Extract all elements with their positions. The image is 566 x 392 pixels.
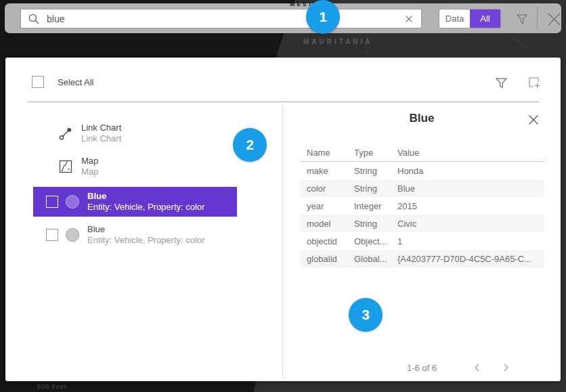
table-row: objectid Object... 1 xyxy=(300,232,544,250)
search-scope-toggle: Data All xyxy=(439,9,501,28)
search-query-text: blue xyxy=(47,14,64,24)
result-title: Blue xyxy=(87,191,204,202)
cell-type: Object... xyxy=(354,236,397,246)
map-icon xyxy=(58,159,73,174)
callout-badge-2: 2 xyxy=(233,128,267,162)
add-to-selection-icon xyxy=(527,76,541,89)
cell-value: Blue xyxy=(397,183,544,194)
close-x-icon xyxy=(528,114,539,125)
previous-page-button[interactable] xyxy=(467,362,487,374)
result-title: Link Chart xyxy=(81,123,121,133)
map-scale-label: 500 Feet xyxy=(37,383,67,390)
cell-name: color xyxy=(300,183,354,194)
cell-name: year xyxy=(300,201,354,211)
cell-type: Integer xyxy=(354,201,397,211)
panel-divider xyxy=(27,102,540,102)
next-page-button[interactable] xyxy=(496,362,516,374)
link-chart-icon xyxy=(58,126,73,141)
cell-value: {A4203777-D70D-4C5C-9A65-C... xyxy=(397,254,544,264)
table-row: color String Blue xyxy=(300,179,544,197)
select-all-label: Select All xyxy=(58,77,93,87)
entity-circle-icon xyxy=(66,228,79,242)
result-item-link-chart[interactable]: Link Chart Link Chart xyxy=(33,118,237,148)
search-bar: blue Data All xyxy=(5,3,561,33)
search-input[interactable]: blue xyxy=(20,9,397,28)
result-item-blue-unselected[interactable]: Blue Entity: Vehicle, Property: color xyxy=(33,220,237,250)
scope-data-button[interactable]: Data xyxy=(439,9,470,28)
map-border-line xyxy=(366,30,367,61)
entity-circle-icon xyxy=(66,195,79,209)
table-row: globalid Global... {A4203777-D70D-4C5C-9… xyxy=(300,250,544,267)
panel-vertical-divider xyxy=(282,105,283,378)
cell-type: String xyxy=(354,166,397,176)
cell-name: objectid xyxy=(300,236,354,246)
pagination: 1-6 of 6 xyxy=(385,361,547,374)
attribute-table: Name Type Value make String Honda color … xyxy=(300,144,544,267)
callout-badge-1: 1 xyxy=(306,0,340,34)
search-results-panel: Select All Link Chart Link Chart xyxy=(5,58,561,381)
column-header-type: Type xyxy=(354,148,397,158)
detail-title: Blue xyxy=(283,112,561,125)
cell-value: Civic xyxy=(397,219,544,229)
search-filter-button[interactable] xyxy=(513,9,531,28)
select-all-checkbox[interactable] xyxy=(32,76,44,88)
map-region-label: MAURITANIA xyxy=(303,38,373,45)
toolbar-divider xyxy=(537,7,538,30)
chevron-right-icon xyxy=(502,363,510,372)
cell-name: globalid xyxy=(300,254,354,264)
close-x-icon xyxy=(547,12,561,26)
result-title: Map xyxy=(81,156,98,167)
result-item-blue-selected[interactable]: Blue Entity: Vehicle, Property: color xyxy=(33,187,237,217)
cell-type: String xyxy=(354,219,397,229)
results-filter-button[interactable] xyxy=(493,74,509,91)
cell-name: model xyxy=(300,219,354,229)
result-checkbox[interactable] xyxy=(46,229,58,241)
filter-funnel-icon xyxy=(495,77,508,89)
close-search-button[interactable] xyxy=(544,11,564,27)
table-header-row: Name Type Value xyxy=(300,144,544,162)
page-range-label: 1-6 of 6 xyxy=(385,363,459,373)
table-row: model String Civic xyxy=(300,215,544,232)
clear-search-button[interactable] xyxy=(397,9,422,28)
result-subtitle: Link Chart xyxy=(81,133,121,144)
clear-x-icon xyxy=(405,15,413,23)
scope-all-button[interactable]: All xyxy=(470,9,500,28)
column-header-value: Value xyxy=(397,148,544,158)
cell-value: Honda xyxy=(397,166,544,176)
result-subtitle: Entity: Vehicle, Property: color xyxy=(87,235,204,246)
search-icon xyxy=(28,13,40,25)
result-subtitle: Entity: Vehicle, Property: color xyxy=(87,202,204,213)
cell-value: 2015 xyxy=(397,201,544,211)
add-to-selection-button[interactable] xyxy=(526,74,542,91)
column-header-name: Name xyxy=(300,148,354,158)
cell-value: 1 xyxy=(397,236,544,246)
callout-badge-3: 3 xyxy=(349,298,383,332)
cell-type: String xyxy=(354,183,397,194)
filter-funnel-icon xyxy=(516,13,528,25)
table-row: year Integer 2015 xyxy=(300,197,544,215)
table-row: make String Honda xyxy=(300,162,544,179)
detail-close-button[interactable] xyxy=(526,112,541,127)
result-item-map[interactable]: Map Map xyxy=(33,152,237,181)
chevron-left-icon xyxy=(473,363,481,372)
cell-type: Global... xyxy=(354,254,397,264)
result-subtitle: Map xyxy=(81,167,98,177)
cell-name: make xyxy=(300,166,354,176)
result-title: Blue xyxy=(87,224,204,235)
result-checkbox[interactable] xyxy=(46,196,58,208)
